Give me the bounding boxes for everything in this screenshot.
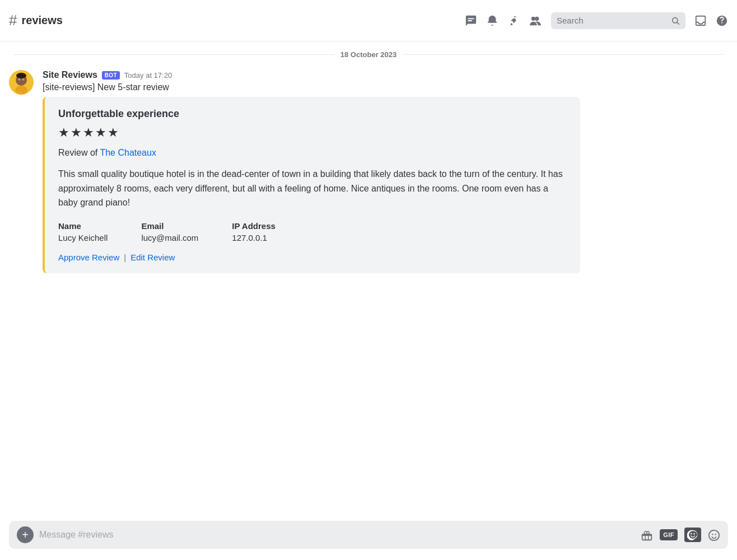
review-title: Unforgettable experience — [58, 108, 567, 120]
meta-email: Email lucy@mail.com — [141, 221, 198, 242]
action-separator: | — [124, 253, 126, 262]
threads-icon[interactable] — [465, 14, 477, 27]
message-input-bar[interactable]: + Message #reviews GIF — [9, 521, 728, 549]
message-input-placeholder[interactable]: Message #reviews — [39, 530, 635, 540]
svg-point-18 — [715, 534, 716, 535]
message-input-area: + Message #reviews GIF — [0, 512, 737, 560]
bot-badge: BOT — [102, 71, 120, 80]
date-divider-text: 18 October 2023 — [340, 50, 397, 59]
meta-name-label: Name — [58, 221, 108, 231]
date-divider-line-right — [403, 54, 724, 55]
message-timestamp: Today at 17:20 — [124, 71, 172, 80]
input-icons: GIF — [641, 528, 720, 542]
approve-review-link[interactable]: Approve Review — [58, 253, 119, 262]
svg-line-1 — [677, 22, 679, 25]
message-content: Site Reviews BOT Today at 17:20 [site-re… — [43, 70, 728, 273]
date-divider-line-left — [13, 54, 334, 55]
review-card: Unforgettable experience ★★★★★ Review of… — [43, 97, 580, 273]
review-of-link[interactable]: The Chateaux — [100, 148, 156, 157]
header-icons: Search — [465, 12, 728, 29]
members-icon[interactable] — [529, 14, 542, 27]
svg-point-10 — [23, 80, 24, 81]
meta-ip-value: 127.0.0.1 — [232, 233, 276, 242]
review-stars: ★★★★★ — [58, 125, 567, 140]
search-placeholder: Search — [557, 16, 668, 25]
search-box[interactable]: Search — [551, 12, 685, 29]
message-header: Site Reviews BOT Today at 17:20 — [43, 70, 728, 80]
add-content-button[interactable]: + — [17, 526, 34, 543]
channel-title: reviews — [21, 14, 62, 27]
svg-point-17 — [712, 534, 713, 535]
message-text: [site-reviews] New 5-star review — [43, 82, 728, 92]
message-row: ★★★★ Site Reviews BOT Today at 17:20 [si… — [9, 68, 728, 278]
review-of-prefix: Review of — [58, 148, 100, 157]
meta-email-label: Email — [141, 221, 198, 231]
pin-icon[interactable] — [507, 14, 520, 27]
hash-icon: # — [9, 12, 17, 29]
svg-point-14 — [691, 533, 692, 535]
svg-point-15 — [693, 533, 695, 535]
inbox-icon[interactable] — [694, 14, 707, 27]
bell-icon[interactable] — [486, 14, 498, 27]
svg-point-0 — [673, 18, 678, 23]
gift-icon[interactable] — [641, 528, 653, 542]
search-icon — [671, 16, 680, 26]
svg-point-9 — [19, 80, 20, 81]
meta-name: Name Lucy Keichell — [58, 221, 108, 242]
meta-ip-label: IP Address — [232, 221, 276, 231]
svg-text:★★★★: ★★★★ — [11, 91, 22, 95]
review-of: Review of The Chateaux — [58, 148, 567, 158]
meta-name-value: Lucy Keichell — [58, 233, 108, 242]
review-actions: Approve Review | Edit Review — [58, 253, 567, 262]
edit-review-link[interactable]: Edit Review — [130, 253, 175, 262]
sender-name: Site Reviews — [43, 70, 97, 80]
header: # reviews Search — [0, 0, 737, 41]
sticker-icon[interactable] — [684, 528, 701, 542]
review-meta: Name Lucy Keichell Email lucy@mail.com I… — [58, 221, 567, 242]
svg-point-16 — [709, 530, 719, 540]
review-body: This small quality boutique hotel is in … — [58, 167, 567, 210]
date-divider: 18 October 2023 — [0, 41, 737, 68]
avatar: ★★★★ — [9, 70, 34, 95]
svg-point-5 — [16, 73, 26, 78]
meta-email-value: lucy@mail.com — [141, 233, 198, 242]
header-title-section: # reviews — [9, 12, 460, 29]
gif-button[interactable]: GIF — [660, 529, 678, 540]
emoji-icon[interactable] — [708, 528, 720, 542]
help-icon[interactable] — [716, 14, 728, 27]
plus-icon: + — [22, 529, 29, 540]
meta-ip: IP Address 127.0.0.1 — [232, 221, 276, 242]
messages-area: ★★★★ Site Reviews BOT Today at 17:20 [si… — [0, 68, 737, 512]
